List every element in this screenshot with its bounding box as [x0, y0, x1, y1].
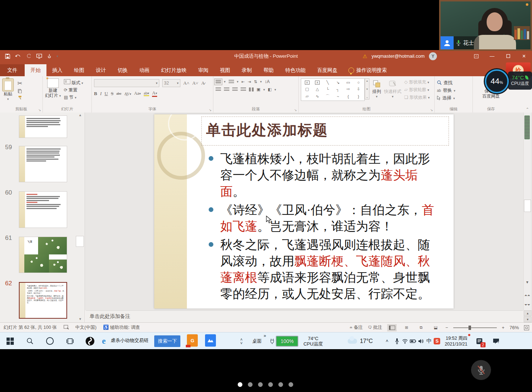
- clipboard-dialog-launcher[interactable]: ↘: [38, 108, 41, 112]
- numbering-button[interactable]: [229, 80, 234, 84]
- redo-icon[interactable]: [26, 54, 31, 58]
- freeform-shape-icon[interactable]: ▱: [306, 94, 308, 99]
- ribbon-tab-录制[interactable]: 录制: [236, 64, 258, 76]
- tell-me-search[interactable]: 操作说明搜索: [343, 64, 392, 76]
- webcam-overlay[interactable]: 花士: [439, 0, 532, 51]
- new-slide-button[interactable]: 新建 幻灯片 ▾: [45, 78, 61, 101]
- search-now-button[interactable]: 搜索一下: [151, 332, 183, 350]
- taskbar-search-icon[interactable]: [20, 332, 40, 350]
- ie-window-title[interactable]: 虐杀小动物交易链: [108, 332, 151, 350]
- paste-button[interactable]: 粘贴 ▾: [2, 78, 14, 102]
- char-spacing-button[interactable]: A͜V▾: [124, 91, 131, 96]
- comments-toggle[interactable]: 🗨 批注: [368, 324, 382, 331]
- arrange-button[interactable]: 排列 ▾: [372, 78, 381, 99]
- decrease-font-icon[interactable]: A˅: [192, 80, 199, 86]
- save-icon[interactable]: [5, 54, 10, 59]
- slide-thumbnail-59[interactable]: [19, 146, 67, 182]
- shape-outline-button[interactable]: ▱ 形状轮廓 ▾: [404, 87, 430, 93]
- ribbon-tab-插入[interactable]: 插入: [46, 64, 68, 76]
- tray-microphone-icon[interactable]: [393, 332, 401, 350]
- zoom-slider[interactable]: [453, 327, 497, 328]
- align-left-button[interactable]: [216, 87, 221, 91]
- tray-speaker-icon[interactable]: [417, 332, 425, 350]
- tray-sogou-icon[interactable]: S: [433, 332, 441, 350]
- language-status[interactable]: 中文(中国): [75, 324, 97, 331]
- align-text-icon[interactable]: ▣: [257, 87, 260, 92]
- battery-widget[interactable]: 100%: [270, 332, 298, 350]
- left-brace-shape-icon[interactable]: {: [348, 94, 349, 99]
- cpu-temp-widget[interactable]: 74°CCPU温度: [298, 332, 328, 350]
- slide-body-placeholder[interactable]: 飞蓬植株矮小，枝叶胡乱着生，因此形容一个人不修边幅，就称之为蓬头垢面。《诗经》《…: [207, 151, 438, 304]
- previous-slide-icon[interactable]: ⏶⏶: [524, 293, 531, 298]
- curve-shape-icon[interactable]: ~: [337, 94, 339, 99]
- zoom-slider-thumb[interactable]: [468, 326, 471, 330]
- zoom-in-button[interactable]: +: [502, 325, 504, 330]
- elbow-connector2-icon[interactable]: ┐: [336, 87, 339, 91]
- font-size-combo[interactable]: 32▾: [162, 79, 180, 87]
- right-arrow-shape-icon[interactable]: ⇨: [347, 87, 350, 91]
- tray-ime-icon[interactable]: 中: [425, 332, 433, 350]
- ribbon-tab-帮助[interactable]: 帮助: [258, 64, 279, 76]
- ribbon-tab-绘图[interactable]: 绘图: [68, 64, 90, 76]
- thumb-scroll-up-icon[interactable]: ▲: [76, 113, 84, 117]
- accessibility-status[interactable]: ♿辅助功能: 调查: [103, 324, 140, 331]
- text-direction-icon[interactable]: ↕A: [265, 79, 270, 84]
- qat-customize-icon[interactable]: ▾: [57, 54, 58, 58]
- oval-shape-icon[interactable]: ○: [357, 80, 360, 85]
- change-case-button[interactable]: Aa▾: [134, 91, 141, 96]
- ribbon-tab-百度网盘[interactable]: 百度网盘: [311, 64, 343, 76]
- participant-avatar-icon[interactable]: [441, 36, 454, 49]
- vertical-textbox-shape-icon[interactable]: A: [315, 81, 320, 85]
- minimize-button[interactable]: —: [484, 50, 500, 62]
- decrease-indent-icon[interactable]: ⇤: [241, 79, 245, 84]
- notification-app-icon[interactable]: 2: [471, 332, 488, 350]
- ribbon-tab-设计[interactable]: 设计: [90, 64, 112, 76]
- start-slideshow-icon[interactable]: [36, 54, 42, 59]
- slide-thumbnail-60[interactable]: [19, 191, 67, 228]
- format-painter-icon[interactable]: [17, 95, 22, 100]
- tray-expand-icon[interactable]: ˄: [381, 332, 393, 350]
- maximize-button[interactable]: [500, 50, 516, 62]
- columns-icon[interactable]: [249, 87, 254, 91]
- ribbon-display-options-icon[interactable]: [468, 50, 484, 62]
- ribbon-tab-切换[interactable]: 切换: [112, 64, 134, 76]
- app-icon-pinwheel[interactable]: [80, 332, 100, 350]
- increase-indent-icon[interactable]: ⇥: [247, 79, 251, 84]
- smartart-icon[interactable]: ◧: [268, 87, 271, 92]
- elbow-connector-icon[interactable]: └: [326, 87, 329, 91]
- fit-to-window-icon[interactable]: [524, 325, 529, 330]
- shape-gallery[interactable]: A A ╲ ↘ ▭ ○ ▢ △ └ ┐ ⇨ ⇩ ▱: [301, 78, 365, 101]
- bullets-button[interactable]: [216, 80, 221, 84]
- ribbon-tab-动画[interactable]: 动画: [134, 64, 155, 76]
- notes-toggle[interactable]: ≐ 备注: [349, 324, 363, 331]
- ribbon-tab-审阅[interactable]: 审阅: [192, 64, 214, 76]
- font-color-button[interactable]: A▾: [152, 90, 157, 97]
- close-button[interactable]: ×: [516, 50, 532, 62]
- arrow-shape-icon[interactable]: ↘: [336, 80, 340, 85]
- slide-number-status[interactable]: 幻灯片 第 62 张, 共 100 张: [4, 324, 57, 331]
- cortana-icon[interactable]: [40, 332, 60, 350]
- notes-scroll-up-icon[interactable]: ▲: [524, 310, 532, 316]
- ribbon-tab-幻灯片放映[interactable]: 幻灯片放映: [155, 64, 192, 76]
- right-brace-shape-icon[interactable]: }: [358, 94, 359, 99]
- line-shape-icon[interactable]: ╲: [327, 80, 329, 85]
- align-right-button[interactable]: [232, 87, 238, 91]
- slide-canvas[interactable]: 单击此处添加标题 飞蓬植株矮小，枝叶胡乱着生，因此形容一个人不修边幅，就称之为蓬…: [154, 114, 454, 309]
- underline-button[interactable]: U: [105, 91, 108, 97]
- cut-icon[interactable]: ✂: [17, 80, 22, 87]
- collapse-ribbon-icon[interactable]: ⌃: [526, 107, 529, 112]
- font-name-combo[interactable]: ▾: [94, 79, 159, 87]
- find-button[interactable]: 查找: [437, 80, 470, 86]
- slide-thumbnail-61[interactable]: 飞蓬: [19, 237, 67, 273]
- slideshow-view-button[interactable]: ⬓: [431, 324, 440, 331]
- notes-pane[interactable]: 单击此处添加备注: [86, 310, 523, 322]
- quick-styles-button[interactable]: 快速样式 ▾: [384, 78, 401, 99]
- display-settings-icon[interactable]: [64, 325, 69, 331]
- undo-icon[interactable]: [15, 54, 21, 58]
- action-center-icon[interactable]: [488, 332, 504, 350]
- ribbon-tab-视图[interactable]: 视图: [214, 64, 236, 76]
- reset-button[interactable]: ⟳ 重置: [64, 87, 83, 93]
- textbox-shape-icon[interactable]: A: [305, 81, 310, 85]
- section-button[interactable]: ▤ 节 ▾: [64, 94, 83, 101]
- thumb-scroll-down-icon[interactable]: ▼: [76, 317, 84, 321]
